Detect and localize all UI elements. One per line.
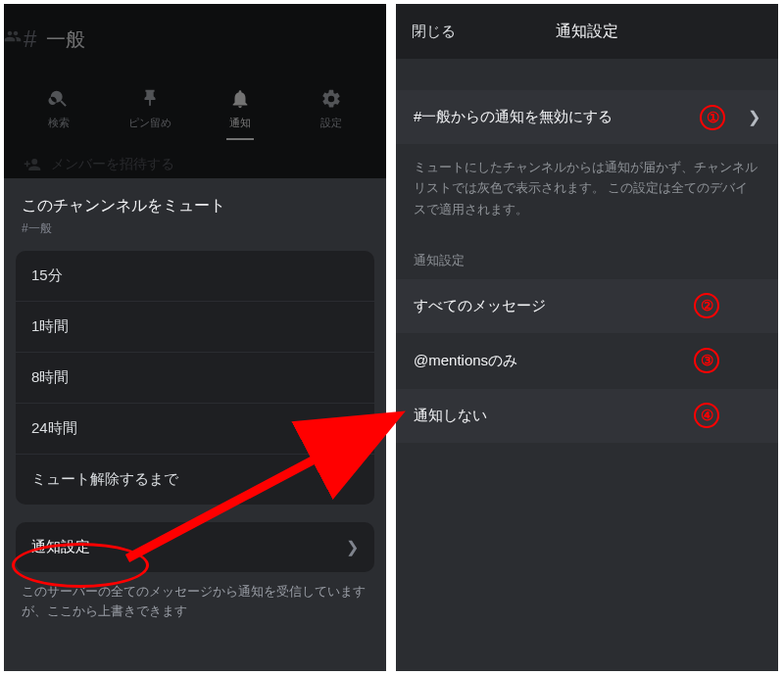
- chevron-right-icon: ❯: [748, 108, 760, 126]
- notification-settings-row[interactable]: 通知設定 ❯: [16, 522, 374, 572]
- settings-label: 設定: [320, 116, 342, 130]
- active-underline: [226, 138, 254, 140]
- annotation-badge-1: ①: [700, 105, 725, 130]
- mute-note: ミュートにしたチャンネルからは通知が届かず、チャンネルリストでは灰色で表示されま…: [396, 144, 778, 230]
- close-button[interactable]: 閉じる: [412, 23, 456, 41]
- notify-label: 通知: [229, 116, 251, 130]
- mute-duration-list: 15分 1時間 8時間 24時間 ミュート解除するまで: [16, 251, 374, 505]
- notify-action[interactable]: 通知: [195, 88, 286, 140]
- bell-icon: [229, 88, 251, 110]
- pin-icon: [139, 88, 161, 110]
- search-label: 検索: [48, 116, 70, 130]
- notify-option-none-label: 通知しない: [414, 407, 487, 425]
- notify-option-all[interactable]: すべてのメッセージ ②: [396, 279, 778, 333]
- channel-actions-bar: 検索 ピン留め 通知 設定: [4, 74, 386, 146]
- sheet-title: このチャンンネルをミュート: [16, 196, 374, 217]
- channel-name: 一般: [46, 26, 85, 53]
- pin-action[interactable]: ピン留め: [105, 88, 196, 140]
- notify-option-none[interactable]: 通知しない ④: [396, 389, 778, 443]
- mute-option-1h[interactable]: 1時間: [16, 301, 374, 352]
- mute-option-until[interactable]: ミュート解除するまで: [16, 454, 374, 505]
- mute-sheet-screen: # 一般 検索 ピン留め 通知 設定 メンバーを招待: [4, 4, 386, 671]
- notify-option-all-label: すべてのメッセージ: [414, 297, 546, 315]
- settings-action[interactable]: 設定: [286, 88, 377, 140]
- mute-channel-label: #一般からの通知を無効にする: [414, 108, 612, 126]
- mute-option-24h[interactable]: 24時間: [16, 403, 374, 454]
- section-label: 通知設定: [396, 230, 778, 279]
- mute-channel-row[interactable]: #一般からの通知を無効にする ① ❯: [396, 90, 778, 144]
- invite-label: メンバーを招待する: [51, 156, 174, 173]
- hash-icon: #: [24, 25, 36, 53]
- search-icon: [48, 88, 70, 110]
- notification-settings-screen: 閉じる 通知設定 #一般からの通知を無効にする ① ❯ ミュートにしたチャンネル…: [396, 4, 778, 671]
- channel-header: # 一般: [4, 4, 386, 74]
- annotation-badge-4: ④: [694, 403, 719, 428]
- person-add-icon: [24, 156, 41, 173]
- chevron-right-icon: ❯: [346, 538, 359, 556]
- notify-option-mentions-label: @mentionsのみ: [414, 352, 517, 370]
- search-action[interactable]: 検索: [14, 88, 105, 140]
- settings-description: このサーバーの全てのメッセージから通知を受信していますが、ここから上書きできます: [16, 572, 374, 621]
- settings-header: 閉じる 通知設定: [396, 4, 778, 59]
- mute-option-15m[interactable]: 15分: [16, 251, 374, 301]
- mute-option-8h[interactable]: 8時間: [16, 352, 374, 403]
- sheet-channel: #一般: [16, 217, 374, 251]
- mute-sheet: このチャンンネルをミュート #一般 15分 1時間 8時間 24時間 ミュート解…: [4, 178, 386, 671]
- notification-settings-label: 通知設定: [31, 538, 90, 556]
- pin-label: ピン留め: [128, 116, 172, 130]
- annotation-badge-3: ③: [694, 348, 719, 373]
- annotation-badge-2: ②: [694, 293, 719, 318]
- gear-icon: [320, 88, 342, 110]
- notify-option-mentions[interactable]: @mentionsのみ ③: [396, 334, 778, 388]
- notify-option-list: すべてのメッセージ ② @mentionsのみ ③ 通知しない ④: [396, 279, 778, 443]
- members-icon: [4, 27, 22, 50]
